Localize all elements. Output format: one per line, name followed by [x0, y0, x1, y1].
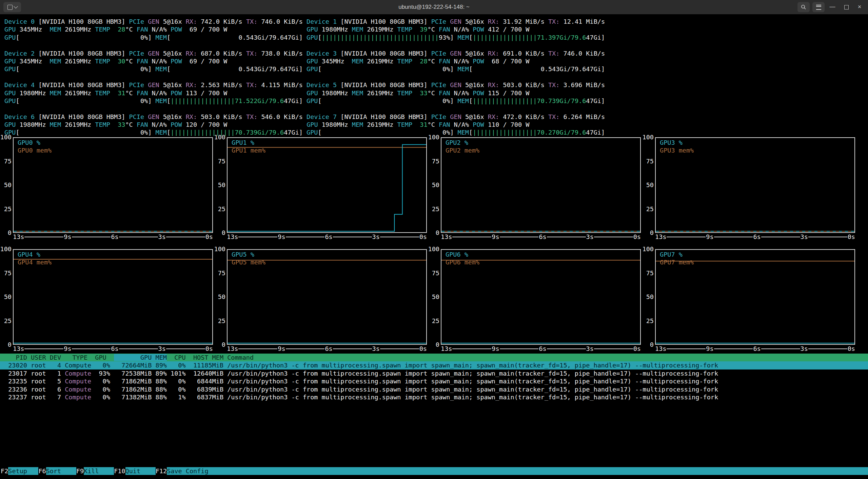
x-tick-label: 3s: [586, 233, 594, 241]
x-tick-label: 9s: [64, 233, 71, 241]
fkey-bar-filler: [209, 467, 868, 475]
x-tick-label: 3s: [158, 233, 166, 241]
x-axis-labels: 13s9s6s3s0s: [13, 345, 213, 353]
chart-gpu5: 1007550250GPU5 %GPU5 mem%13s9s6s3s0s: [215, 249, 427, 354]
x-tick-label: 6s: [539, 345, 546, 353]
util-legend-label: GPU5 %: [232, 251, 265, 258]
fkey-action-f9[interactable]: Kill: [84, 467, 114, 475]
axis-line: [452, 348, 491, 349]
x-tick-label: 9s: [278, 233, 285, 241]
x-tick-label: 13s: [227, 233, 238, 241]
device-stats-line: GPU[ 0%] MEM[ 0.543Gi/79.647Gi] GPU[ 0%]…: [0, 65, 605, 73]
x-axis-labels: 13s9s6s3s0s: [441, 233, 641, 241]
y-axis-labels: 1007550250: [215, 249, 225, 345]
x-tick-label: 6s: [539, 233, 546, 241]
hamburger-icon: [816, 5, 821, 10]
menu-button[interactable]: [812, 2, 825, 12]
x-tick-label: 9s: [706, 233, 713, 241]
search-button[interactable]: [797, 2, 810, 12]
close-button[interactable]: ×: [854, 0, 865, 14]
axis-line: [238, 348, 277, 349]
x-tick-label: 13s: [441, 233, 452, 241]
chart-gpu1: 1007550250GPU1 %GPU1 mem%13s9s6s3s0s: [215, 137, 427, 242]
y-tick-label: 0: [650, 229, 654, 237]
chart-frame: GPU7 %GPU7 mem%: [655, 249, 855, 345]
x-tick-label: 9s: [706, 345, 713, 353]
fkey-action-f10[interactable]: Quit: [125, 467, 156, 475]
chart-gpu3: 1007550250GPU3 %GPU3 mem%13s9s6s3s0s: [643, 137, 855, 242]
terminal-content: Device 0 [NVIDIA H100 80GB HBM3] PCIe GE…: [0, 14, 868, 479]
x-tick-label: 6s: [111, 233, 118, 241]
y-axis-labels: 1007550250: [1, 137, 12, 233]
device-stats: Device 0 [NVIDIA H100 80GB HBM3] PCIe GE…: [0, 18, 605, 137]
y-axis-labels: 1007550250: [643, 137, 654, 233]
y-tick-label: 0: [222, 229, 225, 237]
process-row[interactable]: 23017 root 1 Compute 93% 72538MiB 89% 10…: [0, 370, 868, 377]
fkey-f9[interactable]: F9: [76, 467, 84, 475]
axis-line: [24, 237, 63, 237]
chart-legend: GPU4 %GPU4 mem%: [18, 251, 52, 266]
y-tick-label: 50: [218, 181, 225, 189]
process-row[interactable]: 23236 root 6 Compute 0% 71862MiB 88% 0% …: [0, 385, 868, 393]
axis-line: [166, 348, 205, 349]
axis-line: [667, 348, 706, 349]
device-stats-line: GPU 1980MHz MEM 2619MHz TEMP 33°C FAN N/…: [0, 121, 605, 128]
blank-line: [0, 105, 605, 113]
device-stats-line: Device 0 [NVIDIA H100 80GB HBM3] PCIe GE…: [0, 18, 605, 25]
blank-line: [0, 73, 605, 81]
x-tick-label: 6s: [325, 233, 332, 241]
x-tick-label: 3s: [372, 345, 380, 353]
x-tick-label: 9s: [492, 233, 499, 241]
x-tick-label: 3s: [586, 345, 594, 353]
x-axis-labels: 13s9s6s3s0s: [441, 345, 641, 353]
chart-frame: GPU5 %GPU5 mem%: [227, 249, 427, 345]
axis-line: [761, 348, 800, 349]
x-tick-label: 6s: [753, 233, 761, 241]
x-tick-label: 13s: [13, 233, 24, 241]
y-tick-label: 25: [218, 205, 225, 213]
y-axis-labels: 1007550250: [1, 249, 12, 345]
y-tick-label: 25: [646, 205, 654, 213]
axis-line: [500, 348, 539, 349]
fkey-action-f2[interactable]: Setup: [8, 467, 38, 475]
x-tick-label: 3s: [158, 345, 166, 353]
y-tick-label: 25: [4, 205, 12, 213]
y-tick-label: 100: [214, 133, 225, 141]
fkey-f2[interactable]: F2: [1, 467, 8, 475]
process-row[interactable]: 23235 root 5 Compute 0% 71862MiB 88% 0% …: [0, 377, 868, 385]
chart-legend: GPU7 %GPU7 mem%: [660, 251, 694, 266]
fkey-f6[interactable]: F6: [38, 467, 46, 475]
y-tick-label: 100: [643, 245, 654, 253]
chart-legend: GPU1 %GPU1 mem%: [232, 139, 265, 155]
minimize-button[interactable]: —: [827, 0, 837, 14]
y-tick-label: 75: [646, 157, 654, 165]
axis-line: [333, 237, 372, 237]
util-legend-label: GPU6 %: [446, 251, 479, 258]
blank-line: [0, 41, 605, 49]
fkey-f12[interactable]: F12: [156, 467, 167, 475]
y-tick-label: 50: [432, 293, 439, 301]
y-tick-label: 25: [432, 317, 439, 325]
device-stats-line: GPU 345MHz MEM 2619MHz TEMP 28°C FAN N/A…: [0, 25, 605, 33]
y-tick-label: 50: [646, 293, 654, 301]
fkey-action-f12[interactable]: Save Config: [167, 467, 209, 475]
y-tick-label: 25: [432, 205, 439, 213]
y-axis-labels: 1007550250: [643, 249, 654, 345]
mem-legend-label: GPU5 mem%: [232, 258, 265, 266]
window-title: ubuntu@192-222-54-148: ~: [0, 0, 868, 14]
y-axis-labels: 1007550250: [215, 137, 225, 233]
chart-frame: GPU3 %GPU3 mem%: [655, 137, 855, 233]
fkey-f10[interactable]: F10: [114, 467, 125, 475]
maximize-button[interactable]: [841, 0, 851, 14]
axis-line: [119, 237, 158, 237]
x-tick-label: 3s: [801, 233, 808, 241]
process-row[interactable]: 23237 root 7 Compute 0% 71382MiB 88% 1% …: [0, 393, 868, 401]
fkey-action-f6[interactable]: Sort: [46, 467, 76, 475]
process-row[interactable]: 23020 root 4 Compute 0% 72664MiB 89% 0% …: [0, 361, 868, 369]
y-tick-label: 25: [4, 317, 12, 325]
chart-frame: GPU2 %GPU2 mem%: [441, 137, 641, 233]
process-table-header[interactable]: PID USER DEV TYPE GPU GPU MEM CPU HOST M…: [0, 354, 868, 361]
axis-line: [808, 348, 847, 349]
axis-line: [667, 237, 706, 237]
x-tick-label: 0s: [205, 233, 213, 241]
